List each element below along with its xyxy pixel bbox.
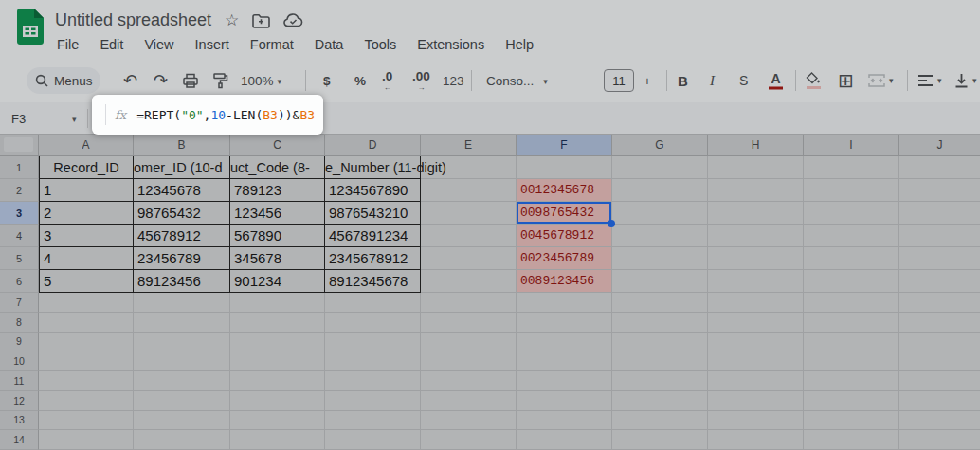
cell-E12[interactable] (421, 391, 517, 411)
column-header-E[interactable]: E (421, 135, 517, 156)
cell-J1[interactable] (899, 156, 980, 179)
cell-B13[interactable] (134, 411, 230, 431)
cell-C8[interactable] (230, 313, 325, 333)
cell-I1[interactable] (804, 156, 899, 179)
cell-J7[interactable] (899, 293, 980, 313)
cell-G6[interactable] (612, 270, 708, 293)
cell-I5[interactable] (804, 247, 899, 270)
cell-A4[interactable]: 3 (39, 225, 134, 247)
cell-G3[interactable] (612, 202, 708, 225)
cell-B2[interactable]: 12345678 (134, 179, 230, 202)
cell-H10[interactable] (708, 351, 804, 371)
star-icon[interactable]: ☆ (225, 12, 239, 28)
cell-B3[interactable]: 98765432 (134, 202, 230, 225)
cell-D1[interactable]: e_Number (11-digit) (325, 156, 421, 179)
cell-A11[interactable] (39, 371, 134, 391)
cloud-saved-icon[interactable] (283, 13, 303, 27)
column-header-B[interactable]: B (134, 135, 230, 156)
strikethrough-button[interactable]: S (739, 73, 748, 88)
cell-E13[interactable] (421, 411, 517, 431)
print-icon[interactable] (182, 72, 199, 89)
menu-extensions[interactable]: Extensions (414, 36, 487, 53)
cell-D13[interactable] (325, 411, 421, 431)
cell-F9[interactable] (517, 333, 612, 352)
cell-J13[interactable] (899, 411, 980, 431)
cell-F6[interactable]: 0089123456 (517, 270, 612, 293)
cell-G10[interactable] (612, 351, 708, 371)
cell-A14[interactable] (39, 430, 134, 450)
cell-F8[interactable] (517, 313, 612, 333)
cell-I12[interactable] (804, 391, 899, 411)
cell-J5[interactable] (899, 247, 980, 270)
redo-icon[interactable]: ↷ (154, 72, 168, 89)
cell-H2[interactable] (708, 179, 804, 202)
cell-B9[interactable] (134, 333, 230, 352)
cell-G4[interactable] (612, 225, 708, 247)
font-select[interactable]: Conso... ▾ (486, 74, 548, 88)
row-header-10[interactable]: 10 (0, 351, 39, 371)
cell-E10[interactable] (421, 351, 517, 371)
cell-H1[interactable] (708, 156, 804, 179)
cell-B14[interactable] (134, 430, 230, 450)
cell-C13[interactable] (230, 411, 325, 431)
cell-C4[interactable]: 567890 (230, 225, 325, 247)
row-header-2[interactable]: 2 (0, 179, 39, 202)
cell-A3[interactable]: 2 (39, 202, 134, 225)
row-header-6[interactable]: 6 (0, 270, 39, 293)
cell-C12[interactable] (230, 391, 325, 411)
cell-J8[interactable] (899, 313, 980, 333)
cell-B11[interactable] (134, 371, 230, 391)
menu-data[interactable]: Data (312, 36, 347, 53)
cell-D5[interactable]: 2345678912 (325, 247, 421, 270)
cell-H12[interactable] (708, 391, 804, 411)
cell-J11[interactable] (899, 371, 980, 391)
select-all-corner[interactable] (0, 135, 39, 156)
cell-B8[interactable] (134, 313, 230, 333)
cell-A8[interactable] (39, 313, 134, 333)
row-header-5[interactable]: 5 (0, 247, 39, 270)
cell-F3-selected[interactable]: 0098765432 (517, 202, 612, 225)
cell-D3[interactable]: 9876543210 (325, 202, 421, 225)
cell-I11[interactable] (804, 371, 899, 391)
cell-G2[interactable] (612, 179, 708, 202)
menu-edit[interactable]: Edit (97, 36, 126, 53)
cell-J9[interactable] (899, 333, 980, 352)
cell-I7[interactable] (804, 293, 899, 313)
cell-G1[interactable] (612, 156, 708, 179)
cell-C14[interactable] (230, 430, 325, 450)
cell-E3[interactable] (421, 202, 517, 225)
horizontal-align-button[interactable]: ▾ (917, 74, 942, 87)
cell-A7[interactable] (39, 293, 134, 313)
cell-J14[interactable] (899, 430, 980, 450)
format-currency-button[interactable]: $ (323, 74, 331, 88)
cell-D9[interactable] (325, 333, 421, 352)
column-header-G[interactable]: G (612, 135, 708, 156)
cell-B5[interactable]: 23456789 (134, 247, 230, 270)
italic-button[interactable]: I (710, 73, 715, 89)
cell-I9[interactable] (804, 333, 899, 352)
cell-A1[interactable]: Record_ID (39, 156, 134, 179)
cell-H7[interactable] (708, 293, 804, 313)
cell-I8[interactable] (804, 313, 899, 333)
cell-D2[interactable]: 1234567890 (325, 179, 421, 202)
cell-I10[interactable] (804, 351, 899, 371)
cell-B7[interactable] (134, 293, 230, 313)
cell-J3[interactable] (899, 202, 980, 225)
cell-I2[interactable] (804, 179, 899, 202)
more-formats-button[interactable]: 123 (443, 74, 464, 88)
cell-C7[interactable] (230, 293, 325, 313)
formula-input-highlight[interactable]: fx =REPT("0",10-LEN(B3))&B3 (92, 95, 323, 135)
cell-E4[interactable] (421, 225, 517, 247)
cell-F11[interactable] (517, 371, 612, 391)
cell-C5[interactable]: 345678 (230, 247, 325, 270)
cell-B4[interactable]: 45678912 (134, 225, 230, 247)
cell-G12[interactable] (612, 391, 708, 411)
borders-icon[interactable]: ⊞ (838, 71, 854, 90)
cell-E8[interactable] (421, 313, 517, 333)
paint-format-icon[interactable] (212, 72, 228, 89)
cell-H8[interactable] (708, 313, 804, 333)
cell-A9[interactable] (39, 333, 134, 352)
cell-H3[interactable] (708, 202, 804, 225)
cell-G5[interactable] (612, 247, 708, 270)
cell-J2[interactable] (899, 179, 980, 202)
